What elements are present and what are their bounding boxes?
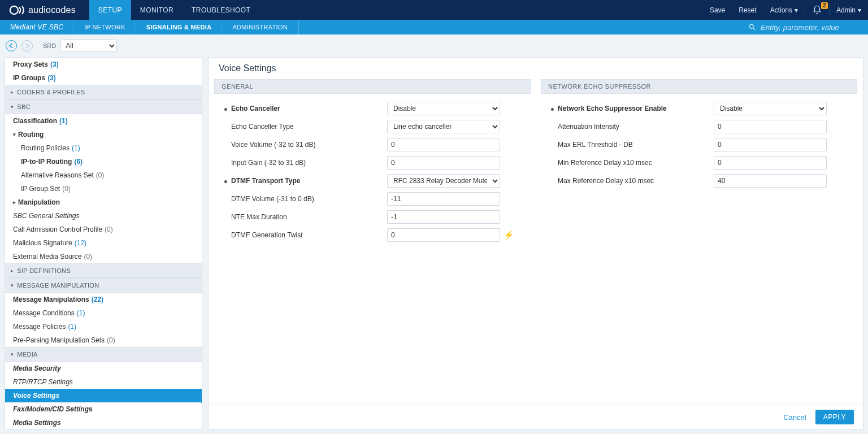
select-ec-type[interactable]: Line echo canceller [387, 120, 500, 133]
nav-toolbar: SRD All [0, 34, 868, 57]
user-menu[interactable]: Admin▾ [830, 0, 868, 20]
count: (1) [72, 144, 80, 152]
input-attenuation[interactable] [714, 120, 827, 133]
sidebar-item-voice-settings[interactable]: Voice Settings [5, 389, 202, 402]
count: (0) [105, 225, 113, 233]
apply-button[interactable]: APPLY [815, 410, 854, 424]
count: (0) [96, 171, 105, 179]
label: SIP DEFINITIONS [17, 267, 71, 274]
tab-setup[interactable]: SETUP [89, 0, 131, 20]
select-echo-canceller[interactable]: Disable [387, 102, 500, 115]
sidebar-item-ip-group-set[interactable]: IP Group Set (0) [5, 182, 202, 196]
brand-text: audiocodes [28, 5, 76, 15]
sidebar-section-media[interactable]: MEDIA [5, 347, 202, 362]
sidebar-section-coders[interactable]: CODERS & PROFILES [5, 85, 202, 99]
actions-label: Actions [770, 6, 792, 14]
svg-line-2 [753, 28, 756, 31]
search-input[interactable] [760, 23, 861, 32]
content-footer: Cancel APPLY [209, 405, 863, 429]
label-ec-type: Echo Canceller Type [218, 123, 387, 131]
actions-menu[interactable]: Actions▾ [763, 0, 805, 20]
nav-forward-button[interactable] [21, 40, 33, 51]
sidebar-item-malicious-signature[interactable]: Malicious Signature (12) [5, 236, 202, 250]
label: Call Admission Control Profile [13, 225, 102, 233]
label: IP-to-IP Routing [21, 158, 72, 166]
sidebar-item-fax-modem[interactable]: Fax/Modem/CID Settings [5, 402, 202, 416]
chevron-right-icon [13, 199, 16, 205]
sidebar-item-proxy-sets[interactable]: Proxy Sets (3) [5, 58, 202, 71]
sidebar: Proxy Sets (3) IP Groups (3) CODERS & PR… [5, 57, 202, 429]
panel-nes-header: NETWORK ECHO SUPPRESSOR [541, 79, 857, 94]
sidebar-item-routing[interactable]: Routing [5, 128, 202, 141]
input-dtmf-twist[interactable] [387, 228, 500, 242]
sidebar-item-msg-manipulations[interactable]: Message Manipulations (22) [5, 293, 202, 306]
chevron-down-icon [11, 104, 14, 110]
reset-button[interactable]: Reset [732, 0, 763, 20]
input-nte-max[interactable] [387, 210, 500, 224]
sidebar-item-classification[interactable]: Classification (1) [5, 114, 202, 128]
srd-select[interactable]: All [60, 40, 117, 52]
sidebar-section-sip-def[interactable]: SIP DEFINITIONS [5, 263, 202, 278]
label-voice-volume: Voice Volume (-32 to 31 dB) [218, 141, 387, 149]
sidebar-item-ip-groups[interactable]: IP Groups (3) [5, 71, 202, 85]
label: Message Policies [13, 323, 66, 331]
count: (0) [62, 185, 71, 193]
logo-icon [9, 5, 27, 15]
sidebar-item-ip-to-ip-routing[interactable]: IP-to-IP Routing (6) [5, 155, 202, 168]
sidebar-section-sbc[interactable]: SBC [5, 99, 202, 114]
label-attenuation: Attenuation Intensity [544, 123, 714, 131]
sidebar-item-msg-policies[interactable]: Message Policies (1) [5, 320, 202, 333]
count: (12) [75, 239, 86, 247]
sidebar-item-alt-reasons[interactable]: Alternative Reasons Set (0) [5, 168, 202, 182]
input-min-ref[interactable] [714, 156, 827, 170]
label-dtmf-transport: DTMF Transport Type [218, 177, 387, 185]
label: Routing [18, 131, 44, 138]
subnav-administration[interactable]: ADMINISTRATION [222, 20, 298, 34]
count: (1) [77, 309, 85, 317]
tab-troubleshoot[interactable]: TROUBLESHOOT [183, 0, 259, 20]
content-panel: Voice Settings GENERAL Echo CancellerDis… [208, 57, 863, 429]
sidebar-item-routing-policies[interactable]: Routing Policies (1) [5, 141, 202, 155]
subnav-ip-network[interactable]: IP NETWORK [74, 20, 136, 34]
label: Proxy Sets [13, 60, 48, 68]
sidebar-item-sbc-general[interactable]: SBC General Settings [5, 209, 202, 223]
label: CODERS & PROFILES [17, 89, 85, 96]
input-max-erl[interactable] [714, 138, 827, 151]
input-input-gain[interactable] [387, 156, 500, 170]
input-max-ref[interactable] [714, 174, 827, 188]
nav-back-button[interactable] [6, 40, 17, 51]
label: IP Group Set [21, 185, 60, 193]
sidebar-section-msg-manip[interactable]: MESSAGE MANIPULATION [5, 278, 202, 293]
input-voice-volume[interactable] [387, 138, 500, 151]
input-dtmf-volume[interactable] [387, 192, 500, 206]
sidebar-item-external-media[interactable]: External Media Source (0) [5, 250, 202, 263]
label-dtmf-twist: DTMF Generation Twist [218, 231, 387, 239]
sidebar-item-rtp-rtcp[interactable]: RTP/RTCP Settings [5, 375, 202, 389]
product-name[interactable]: Mediant VE SBC [0, 20, 74, 34]
label: MESSAGE MANIPULATION [17, 282, 99, 289]
notification-badge: 2 [821, 2, 828, 9]
chevron-right-icon [11, 268, 14, 274]
select-dtmf-transport[interactable]: RFC 2833 Relay Decoder Mute [387, 174, 500, 188]
sidebar-item-msg-conditions[interactable]: Message Conditions (1) [5, 306, 202, 320]
label: Message Manipulations [13, 296, 89, 303]
top-right: Save Reset Actions▾ 2 Admin▾ [703, 0, 868, 20]
sidebar-item-media-security[interactable]: Media Security [5, 362, 202, 375]
label: Alternative Reasons Set [21, 171, 94, 179]
sidebar-item-preparse[interactable]: Pre-Parsing Manipulation Sets (0) [5, 333, 202, 347]
cancel-button[interactable]: Cancel [783, 413, 806, 422]
subnav-signaling-media[interactable]: SIGNALING & MEDIA [136, 20, 223, 34]
sidebar-item-manipulation[interactable]: Manipulation [5, 196, 202, 209]
count: (0) [107, 336, 115, 344]
main-area: Proxy Sets (3) IP Groups (3) CODERS & PR… [0, 57, 868, 434]
tab-monitor[interactable]: MONITOR [131, 0, 183, 20]
global-search[interactable] [741, 20, 868, 34]
count: (1) [68, 323, 76, 331]
chevron-down-icon [11, 351, 14, 357]
save-button[interactable]: Save [703, 0, 732, 20]
sidebar-item-media-settings[interactable]: Media Settings [5, 416, 202, 429]
sidebar-item-cac-profile[interactable]: Call Admission Control Profile (0) [5, 223, 202, 236]
select-nes-enable[interactable]: Disable [714, 102, 827, 115]
notifications-button[interactable]: 2 [805, 0, 829, 20]
label: MEDIA [17, 351, 37, 358]
